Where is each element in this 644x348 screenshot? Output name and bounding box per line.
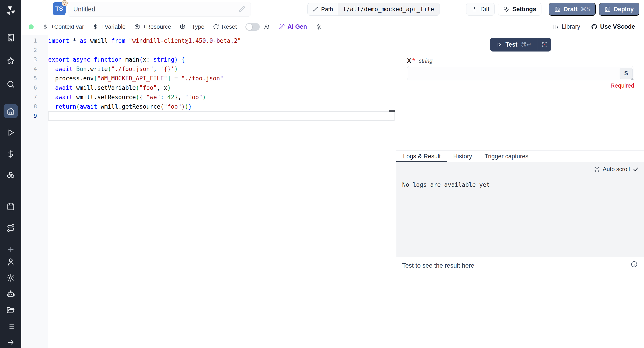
settings-button-label: Settings (512, 6, 536, 13)
editor-toolbar: +Context var +Variable +Resource +Type R… (21, 18, 644, 36)
sidebar-item-routes[interactable] (4, 221, 18, 235)
diff-button[interactable]: Diff (466, 3, 495, 16)
sidebar-item-add[interactable] (4, 242, 18, 257)
add-context-var-label: +Context var (51, 23, 84, 30)
info-icon[interactable] (630, 261, 638, 268)
sidebar-item-variables[interactable] (4, 147, 18, 161)
dollar-icon (92, 24, 98, 30)
folder-icon (6, 306, 15, 315)
code-editor[interactable]: 1import * as wmill from "windmill-client… (21, 36, 396, 348)
refresh-icon (213, 24, 219, 30)
refresh-icon (213, 24, 219, 30)
save-icon (604, 6, 611, 12)
logs-pane: Auto scroll No logs are available yet (396, 162, 644, 257)
arg-input-wrap: $ (407, 66, 634, 80)
home-icon (6, 106, 15, 116)
code-line-1: 1import * as wmill from "windmill-client… (21, 36, 396, 46)
sidebar-item-settings[interactable] (4, 273, 17, 283)
ai-gen-label: AI Gen (288, 23, 307, 30)
edit-title-pencil-icon[interactable] (238, 6, 245, 12)
code-line-7: 7 await wmill.setResource({ "we": 42}, "… (21, 92, 396, 102)
capture-test-button[interactable] (538, 38, 551, 52)
users-icon[interactable] (263, 24, 270, 30)
tab-history[interactable]: History (447, 151, 478, 162)
package-icon (180, 24, 186, 30)
sidebar-item-folders[interactable] (4, 305, 17, 315)
edit-title-pencil-icon (238, 6, 245, 12)
toggle-knob (246, 24, 252, 30)
play-icon (496, 42, 502, 48)
add-context-var-button[interactable]: +Context var (42, 23, 84, 30)
search-icon (6, 80, 15, 89)
use-vscode-button[interactable]: Use VScode (591, 23, 635, 30)
code-line-6: 6 await wmill.setVariable("foo", x) (21, 83, 396, 92)
gear-icon (6, 274, 15, 282)
reset-button[interactable]: Reset (213, 23, 237, 30)
reset-label: Reset (222, 23, 237, 30)
tab-logs-result[interactable]: Logs & Result (396, 151, 447, 162)
add-variable-label: +Variable (101, 23, 126, 30)
script-title-box[interactable]: Untitled (68, 2, 251, 16)
settings-button[interactable]: Settings (498, 3, 542, 16)
check-icon[interactable] (633, 166, 639, 172)
autoscroll-control[interactable]: Auto scroll (594, 166, 639, 173)
code-line-8: 8 return(await wmill.getResource("foo"))… (21, 102, 396, 111)
sidebar-item-search[interactable] (4, 77, 18, 91)
required-asterisk: * (412, 57, 415, 64)
gear-icon (504, 6, 510, 12)
ai-gen-button[interactable]: AI Gen (278, 23, 307, 30)
expand-icon[interactable] (594, 166, 600, 172)
library-button[interactable]: Library (553, 23, 580, 30)
sidebar-item-workers[interactable] (4, 289, 17, 299)
capture-frame-icon (541, 41, 548, 48)
sidebar-item-resources[interactable] (4, 168, 18, 183)
test-button[interactable]: Test ⌘↵ (490, 38, 538, 52)
sidebar-item-runs[interactable] (4, 126, 18, 140)
sidebar-item-user[interactable] (4, 257, 17, 267)
collab-toggle-group (246, 23, 270, 31)
draft-button[interactable]: Draft ⌘S (549, 3, 596, 16)
arg-x-input[interactable] (407, 66, 634, 80)
list-icon (7, 322, 15, 330)
sidebar-item-workspace[interactable] (4, 30, 18, 45)
overview-cursor-marker (389, 110, 395, 112)
sidebar-item-expand-sidebar[interactable] (4, 337, 17, 348)
path-label: Path (321, 6, 333, 13)
autoscroll-label: Auto scroll (603, 166, 630, 173)
code-line-3: 3export async function main(x: string) { (21, 55, 396, 64)
resize-handle-icon[interactable] (630, 77, 634, 82)
deploy-button[interactable]: Deploy (599, 3, 639, 16)
path-editor[interactable]: Path f/all/demo_mocked_api_file (308, 3, 440, 16)
windmill-logo-icon[interactable] (5, 5, 16, 16)
sidebar-item-home[interactable] (4, 104, 18, 118)
magic-wand-icon (278, 24, 285, 30)
draft-shortcut: ⌘S (580, 6, 590, 12)
add-resource-label: +Resource (143, 23, 171, 30)
add-resource-button[interactable]: +Resource (134, 23, 171, 30)
diff-button-label: Diff (480, 6, 489, 13)
line-number: 2 (21, 46, 48, 55)
sidebar-item-audit-logs[interactable] (4, 321, 17, 332)
code-text: import * as wmill from "windmill-client@… (48, 36, 394, 46)
add-type-button[interactable]: +Type (180, 23, 204, 30)
boxes-icon (6, 171, 15, 180)
baby-emoji-icon (61, 0, 68, 7)
building-icon (6, 33, 15, 42)
code-line-4: 4 await Bun.write("./foo.json", '{}') (21, 64, 396, 74)
line-number: 9 (21, 111, 48, 121)
dollar-icon (92, 24, 98, 30)
sidebar-item-favorites[interactable] (4, 54, 18, 68)
library-label: Library (562, 23, 580, 30)
github-icon (591, 24, 598, 30)
collab-toggle[interactable] (246, 23, 260, 31)
editor-settings-gear-icon[interactable] (316, 24, 322, 30)
test-section: Test ⌘↵ X * string (396, 36, 644, 150)
tab-trigger-captures[interactable]: Trigger captures (478, 151, 535, 162)
add-variable-button[interactable]: +Variable (92, 23, 126, 30)
test-shortcut: ⌘↵ (521, 41, 532, 48)
sidebar-item-schedules[interactable] (4, 199, 18, 214)
test-button-label: Test (506, 41, 518, 48)
panel-tabs: Logs & ResultHistoryTrigger captures (396, 150, 644, 162)
arg-type: string (419, 58, 432, 64)
dollar-icon (42, 24, 48, 30)
